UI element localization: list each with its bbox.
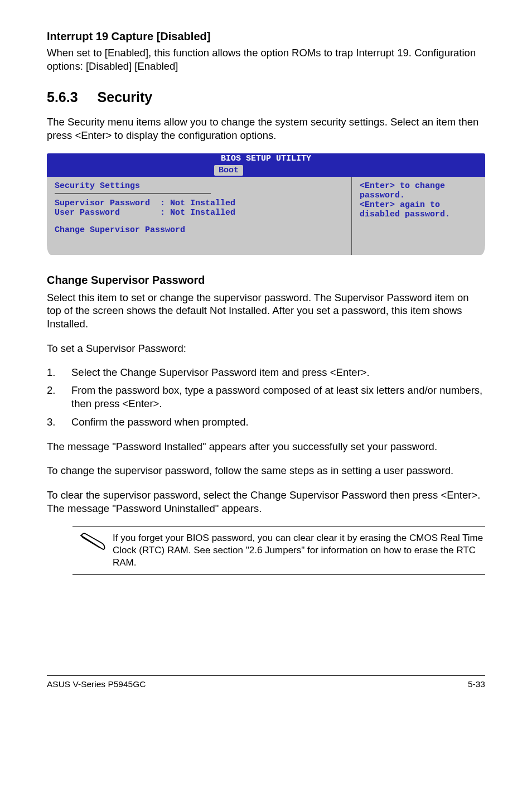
bios-row-supervisor: Supervisor Password : Not Installed <box>55 199 343 208</box>
steps-list: 1.Select the Change Supervisor Password … <box>47 366 485 428</box>
step-text: From the password box, type a password c… <box>71 384 485 410</box>
bios-left-title: Security Settings <box>55 181 343 191</box>
bios-help-text: <Enter> to change password. <Enter> agai… <box>360 181 477 219</box>
change-sup-p2: To set a Supervisor Password: <box>47 342 485 355</box>
bios-header: BIOS SETUP UTILITY <box>47 153 485 165</box>
change-sup-p3: The message "Password Installed" appears… <box>47 440 485 453</box>
bios-tab-boot: Boot <box>214 165 243 176</box>
list-item: 1.Select the Change Supervisor Password … <box>47 366 485 379</box>
interrupt-desc: When set to [Enabled], this function all… <box>47 46 485 73</box>
bios-menu-bar: Boot <box>47 165 485 177</box>
interrupt-title: Interrupt 19 Capture [Disabled] <box>47 30 485 43</box>
footer-left: ASUS V-Series P5945GC <box>47 679 146 689</box>
change-sup-p5: To clear the supervisor password, select… <box>47 489 485 515</box>
bios-row1-value: : Not Installed <box>160 199 235 208</box>
change-sup-p1: Select this item to set or change the su… <box>47 291 485 331</box>
list-item: 2.From the password box, type a password… <box>47 384 485 410</box>
bios-row-user: User Password : Not Installed <box>55 208 343 218</box>
step-number: 1. <box>47 366 71 379</box>
bios-divider <box>55 193 211 194</box>
note-text: If you forget your BIOS password, you ca… <box>113 532 485 568</box>
step-number: 3. <box>47 416 71 429</box>
section-title-text: Security <box>98 89 153 105</box>
change-sup-p4: To change the supervisor password, follo… <box>47 464 485 477</box>
paperclip-icon <box>78 532 108 554</box>
bios-body: Security Settings Supervisor Password : … <box>47 177 485 255</box>
section-number: 5.6.3 <box>47 89 78 105</box>
footer-right: 5-33 <box>468 679 485 689</box>
bios-left-pane: Security Settings Supervisor Password : … <box>47 177 351 255</box>
page: Interrupt 19 Capture [Disabled] When set… <box>0 0 532 703</box>
change-supervisor-title: Change Supervisor Password <box>47 274 485 287</box>
list-item: 3.Confirm the password when prompted. <box>47 416 485 429</box>
bios-help-pane: <Enter> to change password. <Enter> agai… <box>351 177 485 255</box>
bios-change-supervisor: Change Supervisor Password <box>55 225 343 235</box>
section-heading: 5.6.3 Security <box>47 89 485 105</box>
step-number: 2. <box>47 384 71 410</box>
step-text: Confirm the password when prompted. <box>71 416 485 429</box>
note-block: If you forget your BIOS password, you ca… <box>72 526 485 574</box>
page-footer: ASUS V-Series P5945GC 5-33 <box>47 675 485 689</box>
bios-row2-label: User Password <box>55 208 120 218</box>
section-intro: The Security menu items allow you to cha… <box>47 115 485 142</box>
bios-screenshot: BIOS SETUP UTILITY Boot Security Setting… <box>47 153 485 255</box>
bios-row1-label: Supervisor Password <box>55 199 150 208</box>
bios-row2-value: : Not Installed <box>160 208 235 218</box>
note-icon <box>72 532 113 554</box>
step-text: Select the Change Supervisor Password it… <box>71 366 485 379</box>
